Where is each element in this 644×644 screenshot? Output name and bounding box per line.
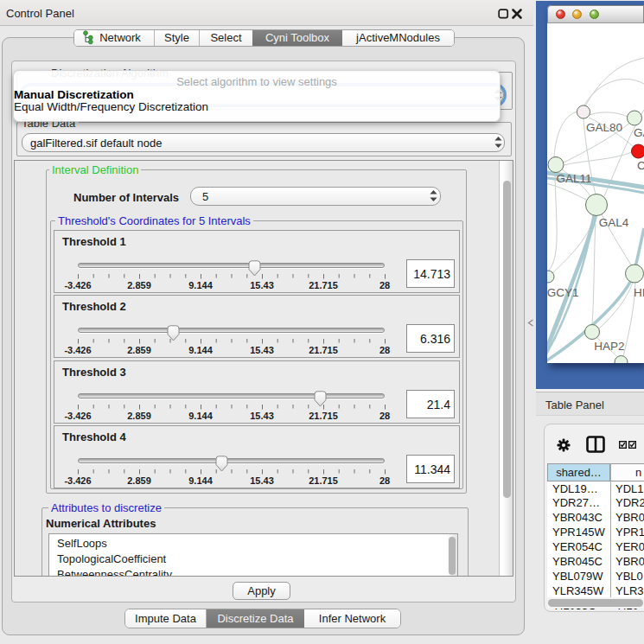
svg-text:CR: CR <box>637 159 644 172</box>
svg-text:HIS4: HIS4 <box>634 286 644 299</box>
svg-text:GAL11: GAL11 <box>556 172 591 185</box>
svg-text:GAL2: GAL2 <box>634 126 644 139</box>
svg-text:GCY1: GCY1 <box>547 286 578 299</box>
svg-text:HAP2: HAP2 <box>594 340 624 353</box>
svg-text:GAL80: GAL80 <box>586 121 622 134</box>
svg-text:GAL4: GAL4 <box>599 216 629 229</box>
